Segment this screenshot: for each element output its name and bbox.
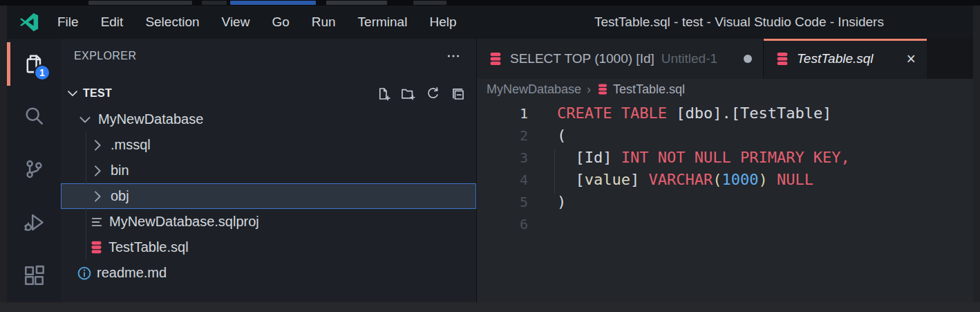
tree-item-label: readme.md bbox=[97, 265, 167, 281]
activity-run-and-debug[interactable] bbox=[7, 196, 61, 249]
tree-item-label: MyNewDatabase bbox=[98, 111, 203, 127]
tree-item-label: bin bbox=[111, 163, 129, 178]
activity-source-control[interactable] bbox=[7, 143, 61, 196]
tree-item-obj[interactable]: obj bbox=[61, 183, 476, 209]
menu-edit[interactable]: Edit bbox=[90, 6, 135, 39]
menu-terminal[interactable]: Terminal bbox=[347, 6, 419, 39]
code-line-5: 5) bbox=[477, 191, 973, 213]
window-fragment bbox=[202, 1, 227, 5]
sqlproj-file-icon bbox=[89, 214, 104, 230]
activity-extensions[interactable] bbox=[7, 249, 61, 302]
line-content: ) bbox=[557, 191, 566, 213]
dirty-indicator-icon bbox=[744, 55, 752, 63]
tree-item-mssql[interactable]: .mssql bbox=[61, 132, 476, 158]
code-line-6: 6 bbox=[477, 213, 973, 235]
code-editor[interactable]: 1CREATE TABLE [dbo].[TestTable]2(3 [Id] … bbox=[477, 100, 973, 302]
tab-title: TestTable.sql bbox=[797, 51, 874, 66]
workspace-section-label: TEST bbox=[83, 87, 112, 100]
code-line-2: 2( bbox=[477, 125, 973, 147]
tree-item-mynewdatabase[interactable]: MyNewDatabase bbox=[61, 107, 476, 132]
chevron-right-icon bbox=[89, 137, 106, 154]
editor-group: SELECT TOP (1000) [Id]Untitled-1TestTabl… bbox=[477, 39, 973, 302]
sidebar-header: EXPLORER bbox=[61, 39, 476, 73]
window-fragment bbox=[230, 1, 316, 5]
line-content: [Id] INT NOT NULL PRIMARY KEY, bbox=[557, 147, 850, 169]
line-number: 6 bbox=[477, 213, 528, 235]
bottom-edge-strip bbox=[0, 302, 980, 312]
tree-item-readme-md[interactable]: readme.md bbox=[61, 260, 476, 286]
tree-item-label: TestTable.sql bbox=[109, 239, 189, 255]
section-actions bbox=[376, 86, 465, 101]
menu-view[interactable]: View bbox=[211, 6, 261, 39]
more-actions-icon[interactable] bbox=[446, 48, 461, 64]
new-folder-icon[interactable] bbox=[401, 86, 415, 101]
title-bar: FileEditSelectionViewGoRunTerminalHelp T… bbox=[7, 6, 973, 39]
chevron-down-icon bbox=[65, 86, 80, 101]
close-tab-icon[interactable]: × bbox=[907, 51, 916, 67]
tree-item-label: obj bbox=[111, 188, 129, 204]
tree-item-testtable-sql[interactable]: TestTable.sql bbox=[61, 235, 476, 260]
top-window-sliver bbox=[0, 0, 980, 6]
tree-item-bin[interactable]: bin bbox=[61, 158, 476, 183]
source-control-icon bbox=[23, 158, 45, 180]
breadcrumb-testtable-sql[interactable]: TestTable.sql bbox=[613, 82, 685, 97]
code-line-1: 1CREATE TABLE [dbo].[TestTable] bbox=[477, 102, 973, 125]
line-content: CREATE TABLE [dbo].[TestTable] bbox=[557, 102, 831, 125]
code-line-4: 4 [value] VARCHAR(1000) NULL bbox=[477, 169, 973, 191]
tree-item-mynewdatabase-sqlproj[interactable]: MyNewDatabase.sqlproj bbox=[61, 209, 476, 235]
tree-item-label: .mssql bbox=[111, 137, 151, 153]
workspace-section-test[interactable]: TEST bbox=[61, 80, 476, 107]
new-file-icon[interactable] bbox=[376, 86, 390, 101]
chevron-right-icon bbox=[89, 188, 106, 205]
file-tree: MyNewDatabase.mssqlbinobjMyNewDatabase.s… bbox=[61, 107, 476, 286]
menu-run[interactable]: Run bbox=[301, 6, 347, 39]
tab-title: SELECT TOP (1000) [Id] bbox=[510, 51, 654, 66]
extensions-icon bbox=[23, 265, 45, 286]
vscode-window: FileEditSelectionViewGoRunTerminalHelp T… bbox=[7, 6, 973, 302]
sidebar-title: EXPLORER bbox=[74, 50, 136, 62]
breadcrumb-separator: › bbox=[587, 82, 591, 97]
search-icon bbox=[23, 105, 45, 127]
line-number: 2 bbox=[477, 125, 528, 147]
tab-detail: Untitled-1 bbox=[661, 51, 717, 66]
run-and-debug-icon bbox=[23, 212, 45, 233]
menu-help[interactable]: Help bbox=[418, 6, 467, 39]
screenshot-frame: FileEditSelectionViewGoRunTerminalHelp T… bbox=[0, 0, 980, 312]
line-number: 5 bbox=[477, 191, 528, 213]
window-fragment bbox=[326, 1, 387, 5]
explorer-badge: 1 bbox=[34, 64, 50, 81]
window-fragment bbox=[413, 1, 446, 5]
menu-go[interactable]: Go bbox=[261, 6, 300, 39]
line-number: 3 bbox=[477, 147, 528, 169]
line-number: 1 bbox=[477, 102, 528, 125]
database-icon bbox=[596, 83, 609, 95]
database-icon bbox=[775, 51, 790, 66]
tree-item-label: MyNewDatabase.sqlproj bbox=[109, 214, 259, 230]
editor-tab-bar: SELECT TOP (1000) [Id]Untitled-1TestTabl… bbox=[477, 39, 973, 79]
code-line-3: 3 [Id] INT NOT NULL PRIMARY KEY, bbox=[477, 147, 973, 169]
refresh-icon[interactable] bbox=[426, 86, 440, 101]
line-content: [value] VARCHAR(1000) NULL bbox=[557, 169, 813, 191]
breadcrumb-mynewdatabase[interactable]: MyNewDatabase bbox=[487, 82, 581, 97]
database-icon bbox=[89, 240, 104, 255]
window-title: TestTable.sql - test - Visual Studio Cod… bbox=[594, 6, 884, 39]
tab-select-top-1000-id[interactable]: SELECT TOP (1000) [Id]Untitled-1 bbox=[477, 39, 764, 79]
line-number: 4 bbox=[477, 169, 528, 191]
line-content: ( bbox=[557, 125, 566, 147]
activity-search[interactable] bbox=[7, 89, 61, 143]
breadcrumb: MyNewDatabase›TestTable.sql bbox=[477, 79, 973, 100]
activity-explorer[interactable]: 1 bbox=[7, 39, 61, 89]
collapse-all-icon[interactable] bbox=[451, 86, 465, 101]
window-fragment bbox=[88, 1, 192, 5]
workbench: 1 EXPLORER TEST MyNewDatabase.mssqlbinob… bbox=[7, 39, 973, 302]
menu-selection[interactable]: Selection bbox=[134, 6, 210, 39]
menu-bar: FileEditSelectionViewGoRunTerminalHelp bbox=[46, 6, 468, 39]
info-icon bbox=[77, 266, 92, 281]
tab-testtable-sql[interactable]: TestTable.sql× bbox=[764, 39, 927, 79]
chevron-down-icon bbox=[77, 111, 93, 128]
database-icon bbox=[488, 51, 503, 66]
menu-file[interactable]: File bbox=[46, 6, 90, 39]
activity-bar: 1 bbox=[7, 39, 61, 302]
vscode-insiders-logo-icon bbox=[19, 12, 39, 33]
explorer-sidebar: EXPLORER TEST MyNewDatabase.mssqlbinobjM… bbox=[61, 39, 477, 302]
